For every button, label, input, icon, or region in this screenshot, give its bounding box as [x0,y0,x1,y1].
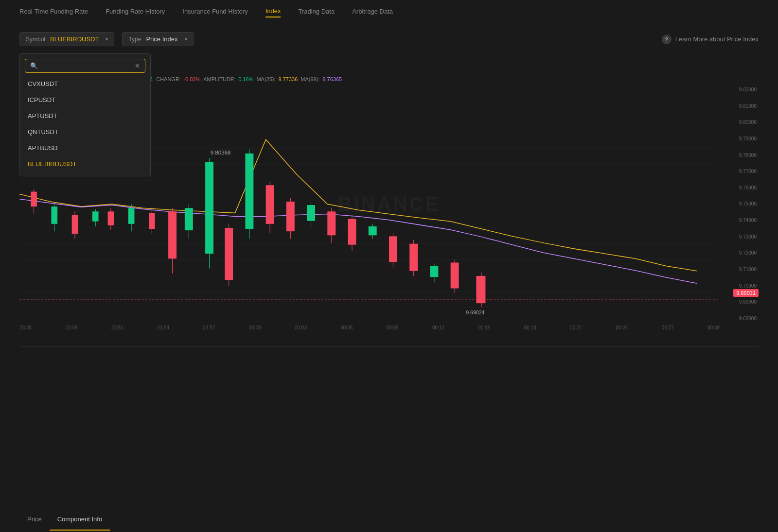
svg-rect-33 [205,162,213,254]
y-tick: 9.70000 [722,283,757,289]
x-tick: 00:15 [478,325,490,330]
dropdown-item-cvxusdt[interactable]: CVXUSDT [20,76,150,92]
nav-item-index[interactable]: Index [265,7,281,17]
nav-item-trading[interactable]: Trading Data [298,8,335,17]
type-selector[interactable]: Type Price Index ▾ [122,32,193,46]
search-box: 🔍 ✕ [25,59,145,73]
svg-rect-31 [185,208,193,230]
dropdown-item-aptusdt[interactable]: APTUSDT [20,108,150,124]
x-axis: 23:4523:4823:5123:5423:5700:0000:0300:06… [19,323,720,330]
symbol-label: Symbol [26,36,45,43]
symbol-selector[interactable]: Symbol BLUEBIRDUSDT ▾ [19,32,114,46]
y-tick: 9.82000 [722,87,757,92]
nav-item-realtime[interactable]: Real-Time Funding Rate [19,8,88,17]
x-tick: 00:18 [524,325,536,330]
dropdown-item-bluebirdusdt[interactable]: BLUEBIRDUSDT [20,156,150,172]
svg-rect-21 [92,211,99,221]
x-tick: 23:57 [203,325,215,330]
y-tick: 9.81000 [722,103,757,109]
svg-rect-27 [149,213,155,229]
ma25-value: 9.77336 [279,76,298,82]
svg-rect-17 [51,206,57,224]
svg-rect-44 [307,205,315,221]
y-tick: 9.71000 [722,267,757,272]
top-navigation: Real-Time Funding RateFunding Rate Histo… [0,0,778,25]
learn-more-label: Learn More about Price Index [675,35,759,43]
x-tick: 23:48 [65,325,77,330]
type-dropdown-arrow: ▾ [185,36,187,42]
x-tick: 00:21 [570,325,582,330]
y-tick: 9.72000 [722,250,757,256]
search-input[interactable] [42,62,131,69]
dropdown-item-icpusdt[interactable]: ICPUSDT [20,92,150,108]
svg-rect-48 [348,219,356,245]
y-tick: 9.78000 [722,153,757,158]
y-tick: 9.69000 [722,299,757,305]
x-tick: 00:06 [340,325,353,330]
clear-icon[interactable]: ✕ [135,62,140,69]
svg-rect-35 [225,228,233,280]
dropdown-list: CVXUSDTICPUSDTAPTUSDTQNTUSDTAPTBUSDBLUEB… [20,76,150,172]
ma99-value: 9.76365 [322,76,342,82]
search-icon: 🔍 [30,62,38,69]
svg-text:9.69024: 9.69024 [466,310,484,315]
symbol-value: BLUEBIRDUSDT [50,35,99,43]
learn-more-link[interactable]: ? Learn More about Price Index [662,34,759,44]
change-value: -0.03% [183,76,200,82]
bottom-tab-price[interactable]: Price [19,509,50,531]
x-tick: 00:09 [387,325,399,330]
x-tick: 00:12 [432,325,444,330]
x-tick: 00:24 [616,325,628,330]
type-value: Price Index [146,35,177,43]
y-tick: 9.73000 [722,234,757,240]
symbol-dropdown-arrow: ▾ [106,36,108,42]
y-tick: 9.77000 [722,169,757,174]
x-tick: 00:00 [249,325,261,330]
svg-rect-42 [286,202,295,231]
svg-text:9.80368: 9.80368 [211,150,231,155]
dropdown-item-aptbusd[interactable]: APTBUSD [20,140,150,156]
amplitude-label: AMPLITUDE: [203,76,235,82]
type-label: Type [128,36,141,43]
x-tick: 00:27 [662,325,674,330]
bottom-tabs: PriceComponent Info [0,507,778,532]
ma25-label: MA(25): [256,76,275,82]
svg-rect-58 [451,262,459,288]
svg-rect-56 [430,266,438,277]
learn-more-icon: ? [662,34,672,44]
nav-item-arbitrage[interactable]: Arbitrage Data [352,8,393,17]
change-label: CHANGE: [156,76,180,82]
svg-rect-29 [168,211,177,258]
svg-rect-38 [245,154,253,229]
x-tick: 23:45 [19,325,32,330]
y-tick: 9.76000 [722,185,757,190]
x-tick: 00:30 [707,325,720,330]
y-tick: 9.80000 [722,120,757,125]
y-tick: 9.79000 [722,136,757,141]
nav-item-insurance[interactable]: Insurance Fund History [182,8,248,17]
y-tick: 9.74000 [722,218,757,223]
x-tick: 23:54 [157,325,169,330]
dropdown-item-qntusdt[interactable]: QNTUSDT [20,124,150,140]
y-tick: 9.68000 [722,316,757,321]
y-axis: 9.820009.810009.800009.790009.780009.770… [720,85,759,323]
svg-rect-50 [369,226,377,235]
toolbar: Symbol BLUEBIRDUSDT ▾ Type Price Index ▾… [0,25,778,53]
svg-rect-19 [72,215,78,234]
svg-rect-15 [31,191,37,206]
svg-rect-40 [266,185,274,224]
svg-rect-25 [128,208,135,224]
bottom-tab-component[interactable]: Component Info [50,509,110,531]
svg-rect-54 [409,244,418,271]
svg-rect-46 [327,211,336,235]
svg-rect-23 [108,211,114,225]
svg-rect-52 [389,236,397,262]
symbol-dropdown: 🔍 ✕ CVXUSDTICPUSDTAPTUSDTQNTUSDTAPTBUSDB… [19,53,151,176]
x-tick: 23:51 [111,325,124,330]
ma99-label: MA(99): [301,76,319,82]
x-tick: 00:03 [295,325,307,330]
nav-item-history[interactable]: Funding Rate History [106,8,165,17]
amplitude-value: 0.16% [238,76,253,82]
y-tick: 9.75000 [722,201,757,206]
